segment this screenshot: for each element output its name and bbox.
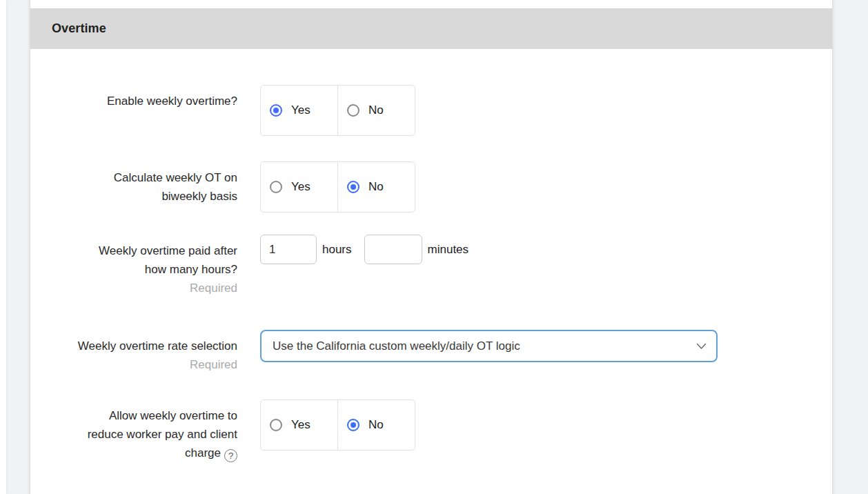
help-icon[interactable]: ?	[224, 449, 237, 462]
form-row-enable-weekly-overtime: Enable weekly overtime? Yes No	[30, 85, 832, 136]
form-row-allow-weekly-ot-reduce-pay: Allow weekly overtime to reduce worker p…	[30, 399, 832, 462]
hours-unit-label: hours	[322, 235, 352, 264]
radio-unselected-icon[interactable]	[270, 181, 282, 193]
enable-weekly-overtime-radio-group: Yes No	[260, 85, 415, 136]
weekly-ot-rate-select[interactable]: Use the California custom weekly/daily O…	[260, 330, 718, 362]
biweekly-basis-radio-group: Yes No	[260, 161, 415, 213]
form-row-calculate-weekly-ot-biweekly: Calculate weekly OT on biweekly basis Ye…	[30, 161, 832, 213]
radio-option-yes[interactable]: Yes	[261, 400, 337, 450]
minutes-unit-label: minutes	[428, 235, 469, 264]
field-label: Weekly overtime rate selection Required	[30, 330, 237, 374]
form-row-weekly-overtime-rate-selection: Weekly overtime rate selection Required …	[30, 330, 832, 374]
radio-option-yes[interactable]: Yes	[261, 162, 337, 212]
radio-option-yes[interactable]: Yes	[261, 86, 337, 135]
radio-unselected-icon[interactable]	[347, 104, 359, 117]
required-note: Required	[30, 355, 237, 374]
chevron-down-icon	[696, 343, 707, 350]
radio-unselected-icon[interactable]	[270, 419, 282, 431]
radio-selected-icon[interactable]	[270, 104, 282, 117]
field-label: Allow weekly overtime to reduce worker p…	[30, 399, 237, 462]
radio-option-no[interactable]: No	[337, 162, 415, 212]
radio-option-no[interactable]: No	[337, 400, 415, 450]
field-label: Calculate weekly OT on biweekly basis	[30, 161, 237, 206]
section-header: Overtime	[30, 8, 832, 49]
required-note: Required	[30, 279, 237, 297]
reduce-pay-radio-group: Yes No	[260, 399, 415, 451]
select-selected-value: Use the California custom weekly/daily O…	[273, 339, 520, 353]
field-label: Enable weekly overtime?	[30, 85, 237, 110]
section-title: Overtime	[52, 21, 106, 36]
minutes-input[interactable]	[364, 235, 422, 264]
left-page-strip	[0, 0, 6, 494]
radio-selected-icon[interactable]	[347, 181, 359, 193]
radio-selected-icon[interactable]	[347, 419, 359, 431]
radio-option-no[interactable]: No	[337, 86, 415, 135]
settings-card: Overtime Enable weekly overtime? Yes No …	[30, 0, 832, 494]
form-row-weekly-overtime-paid-after: Weekly overtime paid after how many hour…	[30, 235, 832, 297]
field-label: Weekly overtime paid after how many hour…	[30, 235, 237, 297]
hours-input[interactable]	[260, 235, 317, 264]
